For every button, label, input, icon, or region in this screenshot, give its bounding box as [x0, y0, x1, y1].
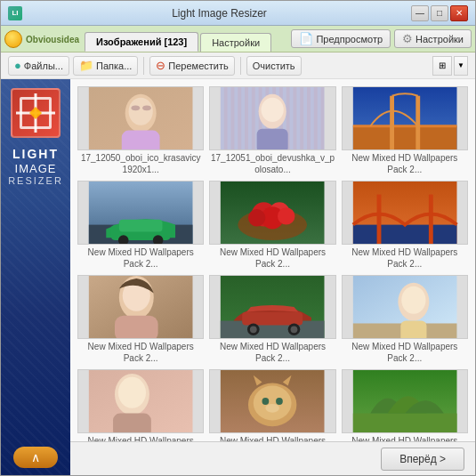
image-thumbnail[interactable] [77, 369, 204, 433]
list-item: New Mixed HD Wallpapers Pack 2... [209, 369, 335, 441]
sidebar-bottom: ∧ [13, 447, 58, 475]
list-item: 17_12050_oboi_ico_krasavicy 1920x1... [77, 86, 204, 175]
image-thumbnail[interactable] [209, 275, 335, 339]
svg-rect-31 [352, 225, 456, 244]
tab-images[interactable]: Изображений [123] [85, 32, 198, 52]
svg-point-48 [401, 286, 425, 314]
list-item: New Mixed HD Wallpapers Pack 2... [77, 275, 204, 364]
image-grid: 17_12050_oboi_ico_krasavicy 1920x1... 17… [77, 86, 468, 441]
svg-point-10 [262, 98, 284, 122]
svg-point-42 [250, 326, 257, 333]
image-thumbnail[interactable] [77, 86, 204, 150]
move-label: Переместить [168, 61, 228, 71]
image-thumbnail[interactable] [209, 369, 335, 433]
close-button[interactable]: ✕ [450, 5, 468, 21]
image-thumbnail[interactable] [342, 275, 468, 339]
image-thumbnail[interactable] [77, 275, 204, 339]
image-label: New Mixed HD Wallpapers Pack 2... [77, 341, 204, 364]
sidebar-title-resizer: RESIZER [8, 175, 63, 187]
image-label: New Mixed HD Wallpapers Pack 2... [342, 152, 468, 175]
image-thumbnail[interactable] [77, 181, 204, 245]
folder-icon: 📁 [79, 59, 93, 72]
image-label: New Mixed HD Wallpapers Pack 2... [342, 435, 468, 441]
image-label: New Mixed HD Wallpapers Pack 2... [209, 246, 335, 270]
toolbar-separator [143, 57, 144, 75]
image-label: New Mixed HD Wallpapers Pack 2... [209, 341, 335, 364]
svg-rect-40 [242, 312, 303, 326]
image-thumbnail[interactable] [209, 86, 335, 150]
svg-point-5 [142, 105, 151, 110]
content-area: 17_12050_oboi_ico_krasavicy 1920x1... 17… [70, 79, 475, 475]
minimize-button[interactable]: — [411, 5, 429, 21]
list-item: New Mixed HD Wallpapers Pack 2... [77, 181, 204, 270]
image-label: New Mixed HD Wallpapers Pack 2... [77, 246, 204, 270]
move-button[interactable]: ⊖ Переместить [149, 56, 234, 76]
svg-point-60 [276, 398, 283, 405]
image-label: 17_12050_oboi_ico_krasavicy 1920x1... [77, 152, 204, 175]
files-icon: ● [14, 59, 21, 72]
image-label: New Mixed HD Wallpapers Pack 2... [77, 435, 204, 441]
clear-label: Очистить [253, 61, 295, 71]
preview-button[interactable]: 📄 Предпросмотр [291, 29, 391, 48]
view-dropdown-button[interactable]: ▼ [454, 56, 468, 76]
svg-point-4 [131, 105, 140, 110]
preview-label: Предпросмотр [316, 34, 383, 44]
sidebar-arrow-button[interactable]: ∧ [13, 447, 58, 468]
svg-point-28 [248, 209, 265, 226]
files-button[interactable]: ● Файлы... [8, 56, 69, 76]
toolbar-separator-2 [240, 57, 241, 75]
logo-area: Obviousidea [4, 30, 79, 52]
image-label: New Mixed HD Wallpapers Pack 2... [342, 246, 468, 270]
svg-rect-11 [257, 129, 288, 149]
svg-point-2 [129, 98, 153, 125]
sidebar: LIGHT IMAGE RESIZER ∧ [1, 79, 70, 475]
svg-rect-3 [122, 131, 160, 149]
image-thumbnail[interactable] [209, 181, 335, 245]
image-label: 17_12051_oboi_devushka_v_polosato... [209, 152, 335, 175]
svg-point-56 [254, 386, 292, 421]
main-window: LI Light Image Resizer — □ ✕ Obviousidea… [0, 0, 476, 476]
main-area: LIGHT IMAGE RESIZER ∧ 17_12050_oboi_ico_… [1, 79, 475, 475]
list-item: New Mixed HD Wallpapers Pack 2... [342, 275, 468, 364]
svg-rect-49 [400, 321, 426, 338]
svg-rect-37 [115, 316, 158, 338]
image-thumbnail[interactable] [342, 86, 468, 150]
tab-right-area: 📄 Предпросмотр ⚙ Настройки [291, 29, 472, 52]
image-thumbnail[interactable] [342, 369, 468, 433]
bottom-bar: Вперёд > [70, 441, 475, 475]
folder-label: Папка... [96, 61, 132, 71]
list-item: New Mixed HD Wallpapers Pack 2... [342, 181, 468, 270]
sidebar-title-light: LIGHT [8, 147, 63, 162]
svg-point-61 [266, 404, 280, 413]
logo-text: Obviousidea [26, 35, 79, 44]
sidebar-logo-box [11, 88, 61, 138]
image-label: New Mixed HD Wallpapers Pack 2... [209, 435, 335, 441]
svg-rect-53 [113, 414, 151, 432]
tabs-row: Obviousidea Изображений [123] Настройки … [1, 26, 475, 52]
folder-button[interactable]: 📁 Папка... [73, 56, 138, 76]
list-item: New Mixed HD Wallpapers Pack 2... [209, 181, 335, 270]
list-item: New Mixed HD Wallpapers Pack 2... [342, 369, 468, 441]
clear-button[interactable]: Очистить [246, 56, 302, 76]
list-item: New Mixed HD Wallpapers Pack 2... [209, 275, 335, 364]
logo-shape [20, 97, 52, 129]
window-controls: — □ ✕ [411, 5, 468, 21]
image-label: New Mixed HD Wallpapers Pack 2... [342, 341, 468, 364]
settings-right-button[interactable]: ⚙ Настройки [394, 29, 472, 48]
app-icon: LI [8, 6, 22, 20]
svg-point-59 [262, 398, 270, 405]
image-grid-container[interactable]: 17_12050_oboi_ico_krasavicy 1920x1... 17… [70, 79, 475, 441]
sidebar-pattern [1, 79, 70, 475]
maximize-button[interactable]: □ [431, 5, 448, 21]
logo-bulb-icon [4, 30, 22, 48]
grid-view-button[interactable]: ⊞ [432, 56, 452, 76]
files-label: Файлы... [24, 61, 63, 71]
svg-rect-13 [352, 126, 456, 149]
preview-icon: 📄 [299, 32, 313, 45]
gear-icon: ⚙ [402, 32, 413, 45]
svg-rect-20 [119, 220, 163, 232]
tab-settings[interactable]: Настройки [200, 33, 271, 52]
next-button[interactable]: Вперёд > [381, 448, 464, 471]
view-toggle: ⊞ ▼ [432, 56, 468, 76]
image-thumbnail[interactable] [342, 181, 468, 245]
